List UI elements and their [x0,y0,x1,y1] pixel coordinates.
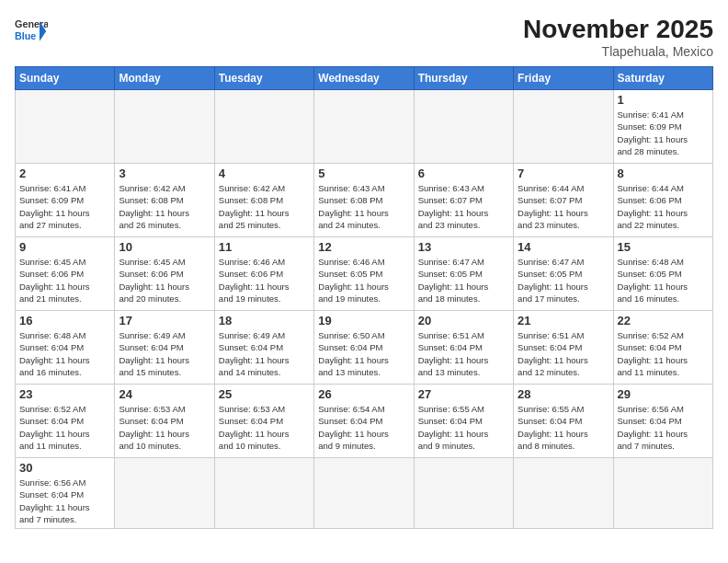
calendar-cell: 21Sunrise: 6:51 AM Sunset: 6:04 PM Dayli… [514,311,613,385]
day-number: 15 [618,240,709,254]
day-info: Sunrise: 6:42 AM Sunset: 6:08 PM Dayligh… [119,182,210,231]
calendar-cell [214,458,313,529]
calendar-cell: 25Sunrise: 6:53 AM Sunset: 6:04 PM Dayli… [214,385,313,458]
calendar-cell: 2Sunrise: 6:41 AM Sunset: 6:09 PM Daylig… [16,164,115,237]
day-number: 13 [418,240,509,254]
calendar-cell: 4Sunrise: 6:42 AM Sunset: 6:08 PM Daylig… [214,164,313,237]
col-header-friday: Friday [514,67,613,90]
day-info: Sunrise: 6:46 AM Sunset: 6:05 PM Dayligh… [318,256,409,304]
day-info: Sunrise: 6:47 AM Sunset: 6:05 PM Dayligh… [518,256,609,304]
day-info: Sunrise: 6:56 AM Sunset: 6:04 PM Dayligh… [19,477,110,525]
day-number: 4 [219,167,310,180]
col-header-sunday: Sunday [16,67,115,90]
day-info: Sunrise: 6:53 AM Sunset: 6:04 PM Dayligh… [219,403,310,452]
day-number: 5 [318,167,409,180]
month-title: November 2025 [523,15,713,44]
day-number: 17 [119,314,210,327]
col-header-wednesday: Wednesday [314,67,414,90]
calendar-cell: 13Sunrise: 6:47 AM Sunset: 6:05 PM Dayli… [414,237,513,311]
svg-text:Blue: Blue [15,30,36,41]
day-number: 9 [19,240,110,254]
calendar-cell: 12Sunrise: 6:46 AM Sunset: 6:05 PM Dayli… [314,237,414,311]
day-number: 12 [318,240,409,254]
calendar-cell: 26Sunrise: 6:54 AM Sunset: 6:04 PM Dayli… [314,385,414,458]
day-info: Sunrise: 6:49 AM Sunset: 6:04 PM Dayligh… [219,329,310,378]
day-info: Sunrise: 6:51 AM Sunset: 6:04 PM Dayligh… [418,329,509,378]
day-info: Sunrise: 6:53 AM Sunset: 6:04 PM Dayligh… [119,403,210,452]
week-row-2: 2Sunrise: 6:41 AM Sunset: 6:09 PM Daylig… [16,164,713,237]
col-header-saturday: Saturday [613,67,712,90]
col-header-thursday: Thursday [414,67,513,90]
day-number: 8 [618,167,709,180]
calendar-cell: 14Sunrise: 6:47 AM Sunset: 6:05 PM Dayli… [514,237,613,311]
day-info: Sunrise: 6:44 AM Sunset: 6:07 PM Dayligh… [518,182,609,231]
calendar-cell: 22Sunrise: 6:52 AM Sunset: 6:04 PM Dayli… [613,311,712,385]
page-header: General Blue November 2025 Tlapehuala, M… [15,15,713,59]
calendar-cell [514,90,613,164]
day-number: 11 [219,240,310,254]
day-info: Sunrise: 6:41 AM Sunset: 6:09 PM Dayligh… [618,109,709,157]
day-number: 7 [518,167,609,180]
calendar-cell [314,90,414,164]
calendar-cell: 16Sunrise: 6:48 AM Sunset: 6:04 PM Dayli… [16,311,115,385]
calendar-header-row: SundayMondayTuesdayWednesdayThursdayFrid… [16,67,713,90]
calendar-cell [514,458,613,529]
day-info: Sunrise: 6:50 AM Sunset: 6:04 PM Dayligh… [318,329,409,378]
day-info: Sunrise: 6:46 AM Sunset: 6:06 PM Dayligh… [219,256,310,304]
day-info: Sunrise: 6:55 AM Sunset: 6:04 PM Dayligh… [518,403,609,452]
day-number: 26 [318,387,409,401]
calendar-cell [414,90,513,164]
calendar-cell: 30Sunrise: 6:56 AM Sunset: 6:04 PM Dayli… [16,458,115,529]
calendar-cell: 24Sunrise: 6:53 AM Sunset: 6:04 PM Dayli… [115,385,214,458]
day-info: Sunrise: 6:45 AM Sunset: 6:06 PM Dayligh… [19,256,110,304]
calendar-cell: 8Sunrise: 6:44 AM Sunset: 6:06 PM Daylig… [613,164,712,237]
day-info: Sunrise: 6:41 AM Sunset: 6:09 PM Dayligh… [19,182,110,231]
day-number: 2 [19,167,110,180]
calendar-cell: 9Sunrise: 6:45 AM Sunset: 6:06 PM Daylig… [16,237,115,311]
day-info: Sunrise: 6:55 AM Sunset: 6:04 PM Dayligh… [418,403,509,452]
calendar-cell: 6Sunrise: 6:43 AM Sunset: 6:07 PM Daylig… [414,164,513,237]
calendar-cell: 29Sunrise: 6:56 AM Sunset: 6:04 PM Dayli… [613,385,712,458]
calendar-cell: 27Sunrise: 6:55 AM Sunset: 6:04 PM Dayli… [414,385,513,458]
week-row-3: 9Sunrise: 6:45 AM Sunset: 6:06 PM Daylig… [16,237,713,311]
day-number: 10 [119,240,210,254]
calendar-cell: 20Sunrise: 6:51 AM Sunset: 6:04 PM Dayli… [414,311,513,385]
day-number: 28 [518,387,609,401]
calendar-cell: 18Sunrise: 6:49 AM Sunset: 6:04 PM Dayli… [214,311,313,385]
day-info: Sunrise: 6:48 AM Sunset: 6:05 PM Dayligh… [618,256,709,304]
calendar-cell [115,458,214,529]
calendar-cell [414,458,513,529]
day-info: Sunrise: 6:48 AM Sunset: 6:04 PM Dayligh… [19,329,110,378]
calendar-cell: 11Sunrise: 6:46 AM Sunset: 6:06 PM Dayli… [214,237,313,311]
day-info: Sunrise: 6:47 AM Sunset: 6:05 PM Dayligh… [418,256,509,304]
calendar-cell: 3Sunrise: 6:42 AM Sunset: 6:08 PM Daylig… [115,164,214,237]
day-number: 19 [318,314,409,327]
day-info: Sunrise: 6:43 AM Sunset: 6:07 PM Dayligh… [418,182,509,231]
calendar-cell: 19Sunrise: 6:50 AM Sunset: 6:04 PM Dayli… [314,311,414,385]
calendar-cell: 5Sunrise: 6:43 AM Sunset: 6:08 PM Daylig… [314,164,414,237]
day-info: Sunrise: 6:43 AM Sunset: 6:08 PM Dayligh… [318,182,409,231]
calendar-cell [115,90,214,164]
day-number: 21 [518,314,609,327]
day-info: Sunrise: 6:42 AM Sunset: 6:08 PM Dayligh… [219,182,310,231]
calendar-cell: 23Sunrise: 6:52 AM Sunset: 6:04 PM Dayli… [16,385,115,458]
week-row-5: 23Sunrise: 6:52 AM Sunset: 6:04 PM Dayli… [16,385,713,458]
col-header-monday: Monday [115,67,214,90]
calendar-cell [16,90,115,164]
day-number: 25 [219,387,310,401]
location: Tlapehuala, Mexico [523,44,713,59]
title-block: November 2025 Tlapehuala, Mexico [523,15,713,59]
day-info: Sunrise: 6:52 AM Sunset: 6:04 PM Dayligh… [19,403,110,452]
day-info: Sunrise: 6:56 AM Sunset: 6:04 PM Dayligh… [618,403,709,452]
day-number: 22 [618,314,709,327]
week-row-1: 1Sunrise: 6:41 AM Sunset: 6:09 PM Daylig… [16,90,713,164]
day-info: Sunrise: 6:45 AM Sunset: 6:06 PM Dayligh… [119,256,210,304]
calendar-cell: 28Sunrise: 6:55 AM Sunset: 6:04 PM Dayli… [514,385,613,458]
col-header-tuesday: Tuesday [214,67,313,90]
day-number: 24 [119,387,210,401]
day-number: 30 [19,461,110,475]
day-info: Sunrise: 6:54 AM Sunset: 6:04 PM Dayligh… [318,403,409,452]
calendar-cell [214,90,313,164]
calendar-cell: 15Sunrise: 6:48 AM Sunset: 6:05 PM Dayli… [613,237,712,311]
calendar-cell [314,458,414,529]
